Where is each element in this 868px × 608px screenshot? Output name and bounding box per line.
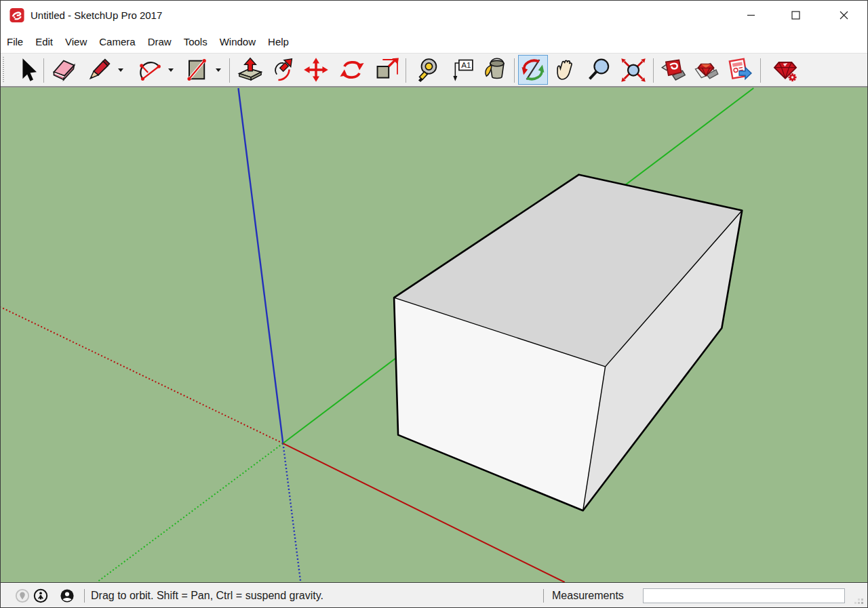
tape-measure-icon bbox=[416, 56, 443, 83]
rectangle-tool-dropdown[interactable] bbox=[214, 55, 223, 85]
orbit-tool-button[interactable] bbox=[518, 55, 548, 85]
scale-tool-button[interactable] bbox=[372, 55, 402, 85]
eraser-tool-button[interactable] bbox=[50, 55, 79, 85]
statusbar-separator bbox=[543, 589, 544, 603]
menu-file[interactable]: File bbox=[1, 31, 29, 53]
menu-draw[interactable]: Draw bbox=[142, 31, 178, 53]
window-title: Untitled - SketchUp Pro 2017 bbox=[31, 1, 162, 31]
maximize-button[interactable] bbox=[780, 1, 811, 29]
credits-person-icon[interactable] bbox=[33, 588, 49, 604]
hand-icon bbox=[552, 56, 579, 83]
sketchup-logo-icon bbox=[9, 7, 25, 23]
move-arrows-icon bbox=[302, 56, 330, 83]
tape-measure-tool-button[interactable] bbox=[414, 55, 444, 85]
measurements-label: Measurements bbox=[552, 584, 624, 608]
measurements-input[interactable] bbox=[643, 588, 845, 603]
menu-help[interactable]: Help bbox=[262, 31, 295, 53]
menu-edit[interactable]: Edit bbox=[29, 31, 59, 53]
title-bar[interactable]: Untitled - SketchUp Pro 2017 bbox=[1, 1, 867, 31]
svg-text:A1: A1 bbox=[461, 60, 471, 69]
rotate-arrows-icon bbox=[338, 56, 366, 83]
rectangle-icon bbox=[182, 56, 210, 83]
paint-bucket-tool-button[interactable] bbox=[479, 55, 509, 85]
eraser-icon bbox=[51, 56, 78, 83]
toolbar-separator bbox=[760, 58, 761, 83]
rotate-tool-button[interactable] bbox=[337, 55, 367, 85]
status-message: Drag to orbit. Shift = Pan, Ctrl = suspe… bbox=[91, 584, 323, 608]
close-button[interactable] bbox=[828, 1, 859, 29]
follow-me-tool-button[interactable] bbox=[267, 55, 297, 85]
minimize-button[interactable] bbox=[735, 1, 766, 29]
menu-view[interactable]: View bbox=[59, 31, 93, 53]
magnifier-icon bbox=[586, 56, 613, 83]
gem-box-icon bbox=[692, 56, 719, 83]
orbit-icon bbox=[519, 56, 547, 83]
menu-bar: File Edit View Camera Draw Tools Window … bbox=[1, 31, 867, 53]
follow-me-icon bbox=[269, 56, 296, 83]
ruby-gear-icon bbox=[772, 56, 799, 83]
zoom-extents-tool-button[interactable] bbox=[618, 55, 648, 85]
toolbar-grip[interactable] bbox=[3, 57, 4, 83]
push-pull-tool-button[interactable] bbox=[235, 55, 265, 85]
warehouse-box-icon bbox=[660, 56, 687, 83]
geolocation-icon[interactable] bbox=[14, 588, 31, 604]
paint-bucket-icon bbox=[481, 56, 508, 83]
red-axis-dotted[interactable] bbox=[1, 307, 283, 443]
rectangle-tool-button[interactable] bbox=[181, 55, 211, 85]
line-tool-dropdown[interactable] bbox=[116, 55, 125, 85]
arc-icon bbox=[136, 56, 163, 83]
pencil-icon bbox=[85, 56, 113, 83]
extension-manager-button[interactable] bbox=[770, 55, 800, 85]
push-pull-icon bbox=[237, 56, 264, 83]
pan-tool-button[interactable] bbox=[551, 55, 580, 85]
status-bar: Drag to orbit. Shift = Pan, Ctrl = suspe… bbox=[1, 584, 867, 607]
window-resize-grip[interactable] bbox=[854, 596, 865, 605]
extension-warehouse-button[interactable] bbox=[691, 55, 721, 85]
sign-in-avatar-icon[interactable] bbox=[59, 588, 75, 604]
toolbar-separator bbox=[514, 58, 515, 83]
menu-camera[interactable]: Camera bbox=[93, 31, 141, 53]
layout-arrow-icon bbox=[725, 56, 752, 83]
arrow-cursor-icon bbox=[13, 56, 40, 83]
move-tool-button[interactable] bbox=[301, 55, 331, 85]
arc-tool-dropdown[interactable] bbox=[166, 55, 176, 85]
scale-icon bbox=[374, 56, 401, 83]
blue-axis[interactable] bbox=[238, 88, 283, 443]
line-tool-button[interactable] bbox=[84, 55, 114, 85]
menu-tools[interactable]: Tools bbox=[178, 31, 214, 53]
toolbar-separator bbox=[653, 58, 654, 83]
menu-window[interactable]: Window bbox=[214, 31, 262, 53]
blue-axis-dotted[interactable] bbox=[283, 443, 300, 582]
toolbar-separator bbox=[229, 58, 230, 83]
viewport[interactable] bbox=[1, 87, 867, 583]
model-canvas[interactable] bbox=[1, 87, 867, 582]
zoom-tool-button[interactable] bbox=[585, 55, 614, 85]
toolbar: A1 bbox=[1, 53, 867, 87]
magnifier-extents-icon bbox=[620, 56, 647, 83]
toolbar-separator bbox=[406, 58, 406, 83]
green-axis-dotted[interactable] bbox=[97, 443, 283, 582]
text-label-icon: A1 bbox=[450, 56, 477, 83]
sketchup-window: Untitled - SketchUp Pro 2017 File Edit V… bbox=[0, 0, 868, 608]
3d-warehouse-button[interactable] bbox=[658, 55, 688, 85]
select-tool-button[interactable] bbox=[12, 55, 41, 85]
arc-tool-button[interactable] bbox=[135, 55, 165, 85]
toolbar-separator bbox=[43, 58, 44, 83]
send-to-layout-button[interactable] bbox=[724, 55, 753, 85]
text-tool-button[interactable]: A1 bbox=[448, 55, 478, 85]
statusbar-separator bbox=[84, 589, 85, 603]
